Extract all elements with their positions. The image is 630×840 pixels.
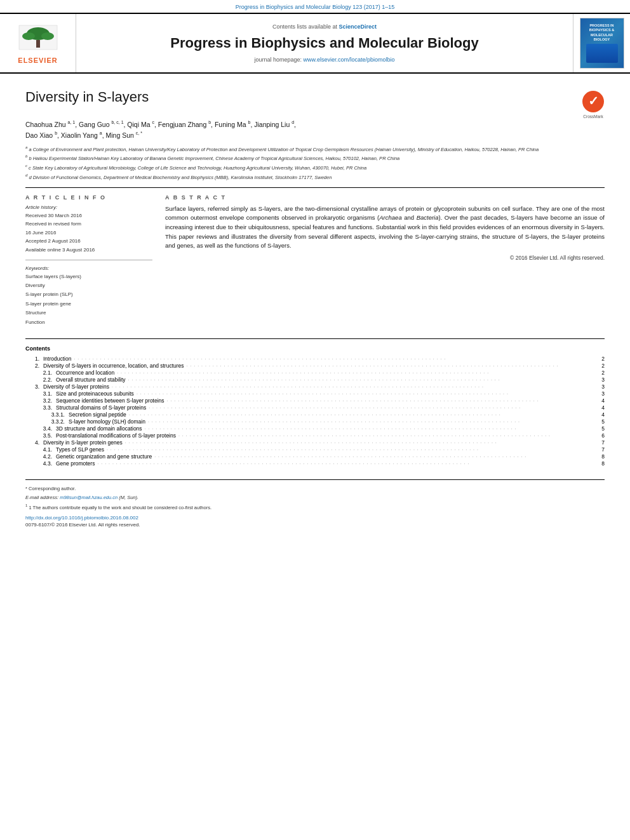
contents-item: 3.3. Structural domains of S-layer prote… <box>25 404 605 411</box>
footer-section: * Corresponding author. E-mail address: … <box>25 479 605 528</box>
affil-a: a a College of Environment and Plant pro… <box>25 145 605 153</box>
contents-title: Contents <box>25 345 605 352</box>
elsevier-label: ELSEVIER <box>18 57 57 64</box>
keywords-label: Keywords: <box>25 265 152 271</box>
sciencedirect-link[interactable]: ScienceDirect <box>339 23 377 30</box>
contents-item: 4. Diversity in S-layer protein genes · … <box>25 439 605 446</box>
contents-item: 4.1. Types of SLP genes · · · · · · · · … <box>25 446 605 453</box>
keywords-list: Surface layers (S-layers) Diversity S-la… <box>25 272 152 327</box>
svg-rect-2 <box>36 40 40 48</box>
crossmark-badge: ✓ CrossMark <box>582 90 605 119</box>
contents-item: 1. Introduction · · · · · · · · · · · · … <box>25 356 605 362</box>
journal-header: ELSEVIER Contents lists available at Sci… <box>0 13 630 74</box>
svg-point-4 <box>41 32 54 40</box>
affil-d: d d Division of Functional Genomics, Dep… <box>25 173 605 181</box>
svg-point-3 <box>22 32 35 40</box>
contents-item: 3.4. 3D structure and domain allocations… <box>25 425 605 432</box>
contents-item: 3. Diversity of S-layer proteins · · · ·… <box>25 383 605 390</box>
contents-item: 2. Diversity of S-layers in occurrence, … <box>25 363 605 369</box>
corresponding-note: * Corresponding author. <box>25 485 605 492</box>
journal-homepage: journal homepage: www.elsevier.com/locat… <box>254 57 394 63</box>
contents-item: 4.2. Genetic organization and gene struc… <box>25 453 605 460</box>
contents-item: 2.2. Overall structure and stability · ·… <box>25 377 605 383</box>
contents-list: 1. Introduction · · · · · · · · · · · · … <box>25 356 605 467</box>
contents-item: 3.5. Post-translational modifications of… <box>25 432 605 439</box>
copyright-line: © 2016 Elsevier Ltd. All rights reserved… <box>165 255 605 261</box>
affil-c: c c State Key Laboratory of Agricultural… <box>25 163 605 171</box>
svg-text:✓: ✓ <box>588 94 599 108</box>
contents-item: 3.3.2. S-layer homology (SLH) domain · ·… <box>25 418 605 425</box>
homepage-url[interactable]: www.elsevier.com/locate/pbiomolbio <box>304 57 395 63</box>
article-history-label: Article history: <box>25 204 152 210</box>
article-info-col: A R T I C L E I N F O Article history: R… <box>25 194 152 327</box>
abstract-text: Surface layers, referred simply as S-lay… <box>165 204 605 251</box>
contents-section: Contents 1. Introduction · · · · · · · ·… <box>25 338 605 467</box>
doi-link[interactable]: http://dx.doi.org/10.1016/j.pbiomolbio.2… <box>25 515 605 521</box>
article-title: Diversity in S-layers <box>25 89 149 105</box>
title-row: Diversity in S-layers ✓ CrossMark <box>25 85 605 119</box>
affiliations-block: a a College of Environment and Plant pro… <box>25 145 605 181</box>
header-divider <box>25 187 605 188</box>
article-info-label: A R T I C L E I N F O <box>25 194 152 201</box>
contents-item: 2.1. Occurrence and location · · · · · ·… <box>25 370 605 376</box>
contents-item: 4.3. Gene promoters · · · · · · · · · · … <box>25 460 605 467</box>
email-link[interactable]: m98sun@mail.hzau.edu.cn <box>60 495 117 500</box>
contents-item: 3.2. Sequence identities between S-layer… <box>25 397 605 404</box>
crossmark-icon: ✓ <box>582 90 605 113</box>
email-note: E-mail address: m98sun@mail.hzau.edu.cn … <box>25 494 605 501</box>
journal-reference: Progress in Biophysics and Molecular Bio… <box>0 0 630 13</box>
abstract-col: A B S T R A C T Surface layers, referred… <box>165 194 605 327</box>
sciencedirect-line: Contents lists available at ScienceDirec… <box>272 23 377 30</box>
journal-ref-text: Progress in Biophysics and Molecular Bio… <box>236 4 395 10</box>
info-abstract-row: A R T I C L E I N F O Article history: R… <box>25 194 605 327</box>
crossmark-label: CrossMark <box>583 114 603 119</box>
contents-item: 3.3.1. Secretion signal peptide · · · · … <box>25 411 605 418</box>
contents-item: 3.1. Size and proteinaceous subunits · ·… <box>25 390 605 397</box>
journal-title: Progress in Biophysics and Molecular Bio… <box>170 35 478 51</box>
info-divider <box>25 260 152 260</box>
journal-thumbnail-section: PROGRESS INBIOPHYSICS &MOLECULARBIOLOGY <box>573 14 630 72</box>
journal-thumbnail: PROGRESS INBIOPHYSICS &MOLECULARBIOLOGY <box>580 18 624 69</box>
footnote1: 1 1 The authors contribute equally to th… <box>25 503 605 511</box>
article-history-dates: Received 30 March 2016 Received in revis… <box>25 211 152 255</box>
abstract-label: A B S T R A C T <box>165 194 605 201</box>
article-body: Diversity in S-layers ✓ CrossMark Chaohu… <box>0 74 630 540</box>
elsevier-logo-section: ELSEVIER <box>0 14 76 72</box>
authors-line: Chaohua Zhu a, 1, Gang Guo b, c, 1, Qiqi… <box>25 119 605 141</box>
elsevier-graphic <box>13 22 64 54</box>
issn-line: 0079-6107/© 2016 Elsevier Ltd. All right… <box>25 522 605 528</box>
journal-info-center: Contents lists available at ScienceDirec… <box>76 14 573 72</box>
affil-b: b b Haikou Experimental Station/Hainan K… <box>25 154 605 162</box>
